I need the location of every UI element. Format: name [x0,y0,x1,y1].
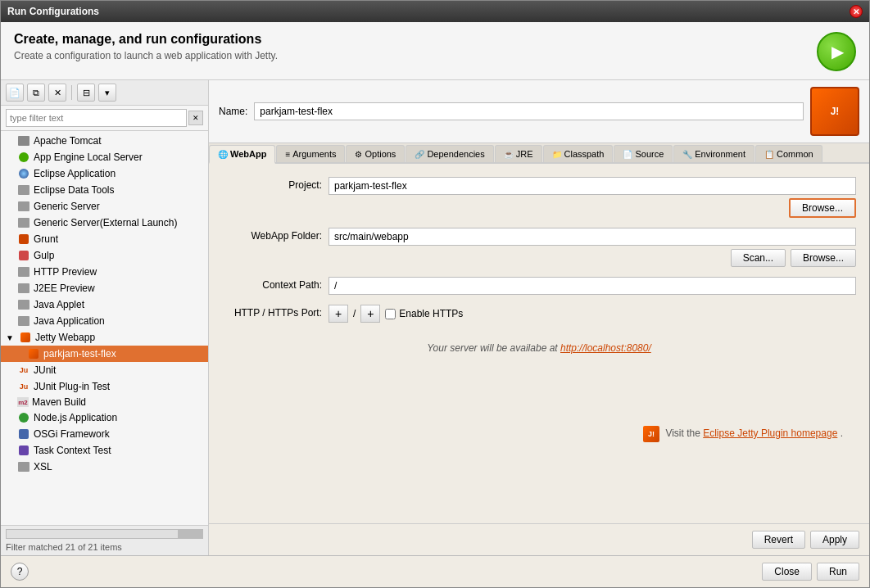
list-item-eclipse-app[interactable]: Eclipse Application [1,165,208,182]
list-item-eclipse-data[interactable]: Eclipse Data Tools [1,182,208,198]
list-item-maven[interactable]: m2 Maven Build [1,395,208,409]
classpath-tab-icon: 📁 [552,150,562,159]
project-row: Project: Browse... [222,177,856,218]
port-label: HTTP / HTTPs Port: [222,305,329,319]
tab-environment[interactable]: 🔧 Environment [673,145,754,162]
sidebar: 📄 ⧉ ✕ ⊟ ▾ ✕ Apache Tomcat [1,80,209,555]
footer-link-row: J! Visit the Eclipse Jetty Plugin homepa… [222,419,856,449]
help-button[interactable]: ? [11,563,29,581]
list-item-generic-server[interactable]: Generic Server [1,198,208,215]
list-item-parkjam[interactable]: parkjam-test-flex [1,346,208,362]
close-button[interactable]: Close [762,563,812,581]
header-title: Create, manage, and run configurations [14,32,278,47]
project-label: Project: [222,177,329,191]
server-url-link[interactable]: http://localhost:8080/ [560,342,651,354]
enable-https-checkbox[interactable] [385,309,396,319]
delete-configuration-button[interactable]: ✕ [48,84,66,102]
tabs-row: 🌐 WebApp ≡ Arguments ⚙ Options 🔗 Depende… [209,143,869,164]
main-area: 📄 ⧉ ✕ ⊟ ▾ ✕ Apache Tomcat [1,80,869,555]
filter-clear-button[interactable]: ✕ [188,111,203,125]
webapp-folder-label: WebApp Folder: [222,228,329,242]
options-tab-icon: ⚙ [355,150,362,159]
source-tab-icon: 📄 [623,150,632,159]
list-item-j2ee[interactable]: J2EE Preview [1,280,208,296]
run-configurations-window: Run Configurations ✕ Create, manage, and… [0,0,870,588]
bottom-buttons: Close Run [762,563,859,581]
tab-webapp[interactable]: 🌐 WebApp [209,145,275,164]
filter-input[interactable] [6,109,187,127]
list-item-http-preview[interactable]: HTTP Preview [1,264,208,280]
port-controls: + / + Enable HTTPs [329,305,856,323]
list-item-apache-tomcat[interactable]: Apache Tomcat [1,133,208,149]
apply-button[interactable]: Apply [810,531,859,549]
webapp-folder-input[interactable] [329,228,856,246]
tab-arguments[interactable]: ≡ Arguments [276,145,345,162]
name-row: Name: J! [209,80,869,143]
context-path-label: Context Path: [222,277,329,291]
sidebar-toolbar: 📄 ⧉ ✕ ⊟ ▾ [1,80,208,106]
jetty-logo: J! [810,87,859,136]
context-path-row: Context Path: [222,277,856,295]
tab-dependencies[interactable]: 🔗 Dependencies [406,145,493,162]
spacer [222,354,856,419]
title-bar: Run Configurations ✕ [1,1,869,22]
content-body: Project: Browse... WebApp Folder: Sc [209,164,869,523]
list-item-grunt[interactable]: Grunt [1,231,208,247]
tab-options[interactable]: ⚙ Options [346,145,405,162]
jetty-homepage-link[interactable]: Eclipse Jetty Plugin homepage [703,427,837,439]
list-item-java-app[interactable]: Java Application [1,313,208,329]
list-item-gulp[interactable]: Gulp [1,247,208,264]
list-item-app-engine[interactable]: App Engine Local Server [1,149,208,165]
project-input[interactable] [329,177,856,195]
list-item-nodejs[interactable]: Node.js Application [1,409,208,426]
toolbar-separator [71,85,72,100]
filter-dropdown-button[interactable]: ▾ [98,84,116,102]
duplicate-configuration-button[interactable]: ⧉ [27,84,45,102]
content-panel: Name: J! 🌐 WebApp ≡ Arguments ⚙ Opt [209,80,869,555]
run-action-button[interactable]: Run [817,563,859,581]
list-item-task-context[interactable]: Task Context Test [1,442,208,459]
sidebar-footer: Filter matched 21 of 21 items [1,525,208,555]
tab-common[interactable]: 📋 Common [755,145,822,162]
tab-jre[interactable]: ☕ JRE [495,145,542,162]
args-tab-icon: ≡ [285,150,290,159]
list-item-jetty-webapp-group[interactable]: ▼ Jetty Webapp [1,329,208,346]
tree-list: Apache Tomcat App Engine Local Server Ec… [1,131,208,525]
action-bar: Revert Apply [209,523,869,555]
close-window-button[interactable]: ✕ [850,5,863,18]
list-item-generic-server-ext[interactable]: Generic Server(External Launch) [1,215,208,231]
project-controls: Browse... [329,177,856,218]
server-info: Your server will be availabe at http://l… [222,342,856,354]
header-subtitle: Create a configuration to launch a web a… [14,50,278,61]
http-port-button[interactable]: + [329,305,348,323]
common-tab-icon: 📋 [764,150,774,159]
list-item-xsl[interactable]: XSL [1,459,208,475]
list-item-java-applet[interactable]: Java Applet [1,296,208,313]
webapp-browse-button[interactable]: Browse... [791,249,856,267]
filter-box: ✕ [1,106,208,131]
tab-source[interactable]: 📄 Source [614,145,673,162]
header-area: Create, manage, and run configurations C… [1,22,869,80]
collapse-all-button[interactable]: ⊟ [77,84,95,102]
list-item-junit[interactable]: Ju JUnit [1,362,208,378]
name-input[interactable] [254,102,804,120]
list-item-junit-plugin[interactable]: Ju JUnit Plug-in Test [1,378,208,395]
tab-classpath[interactable]: 📁 Classpath [543,145,614,162]
project-browse-button[interactable]: Browse... [789,198,856,218]
port-row: HTTP / HTTPs Port: + / + Enable HTTPs [222,305,856,323]
scrollbar[interactable] [6,529,203,539]
scan-button[interactable]: Scan... [731,249,786,267]
new-configuration-button[interactable]: 📄 [6,84,24,102]
run-button[interactable] [817,32,856,71]
title-bar-text: Run Configurations [7,6,99,17]
name-label: Name: [219,106,247,117]
jre-tab-icon: ☕ [504,150,514,159]
filter-count: Filter matched 21 of 21 items [6,542,203,552]
https-port-button[interactable]: + [360,305,380,323]
port-separator: / [353,308,356,319]
context-path-controls [329,277,856,295]
revert-button[interactable]: Revert [752,531,805,549]
webapp-folder-controls: Scan... Browse... [329,228,856,267]
context-path-input[interactable] [329,277,856,295]
list-item-osgi[interactable]: OSGi Framework [1,426,208,442]
